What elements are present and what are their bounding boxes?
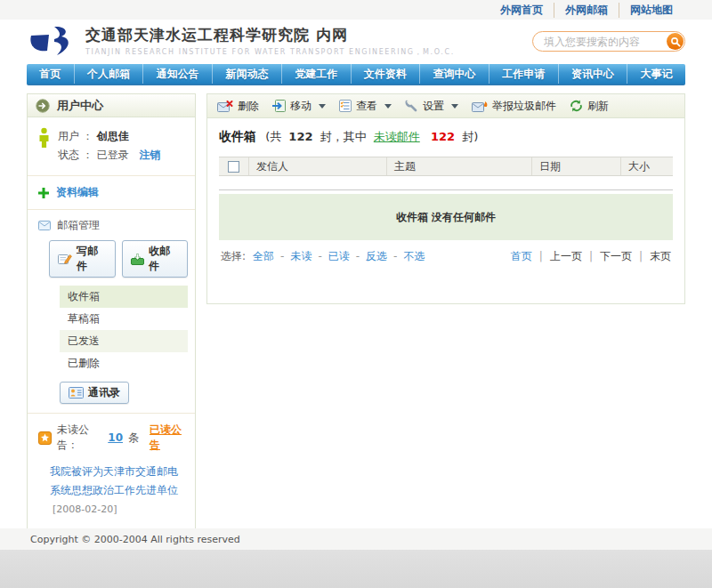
search-button[interactable] [667, 33, 684, 50]
mail-toolbar: 删除 移动 [207, 94, 684, 118]
select-label: 选择: [221, 249, 246, 264]
unread-mail-link[interactable]: 未读邮件 [374, 130, 420, 143]
inbox-download-icon [131, 254, 144, 265]
address-book-icon [69, 387, 84, 399]
user-info-block: 用户 ： 创思佳 状态 ： 已登录 注销 [28, 117, 195, 176]
person-icon [38, 127, 50, 165]
institute-logo-icon [27, 24, 77, 58]
view-list-icon [339, 100, 352, 112]
refresh-label: 刷新 [587, 99, 609, 114]
announcement-date: [2008-02-20] [53, 503, 117, 515]
chevron-down-icon[interactable] [319, 104, 326, 109]
pencil-paper-icon [58, 254, 72, 265]
count-mid: 封，其中 [320, 130, 367, 143]
select-none-link[interactable]: 不选 [387, 249, 425, 264]
content-area: 用户中心 用户 ： 创思佳 状态 ： 已登录 注销 [0, 85, 712, 588]
profile-edit-link[interactable]: 资料编辑 [56, 185, 99, 200]
report-spam-icon [472, 101, 488, 112]
view-button[interactable]: 查看 [339, 99, 392, 114]
site-header: 交通部天津水运工程科学研究院 内网 TIANJIN RESEARCH INSTI… [0, 20, 712, 62]
unread-count-link[interactable]: 10 [108, 431, 123, 444]
unread-announcements-label: 未读公告： [57, 423, 102, 453]
receive-mail-button[interactable]: 收邮件 [122, 240, 188, 278]
pagination: 首页 上一页 下一页 末页 [511, 249, 671, 264]
inbox-summary: 收件箱 (共 122 封，其中 未读邮件 122 封) [219, 129, 673, 145]
delete-label: 删除 [238, 99, 259, 114]
nav-news[interactable]: 新闻动态 [212, 64, 281, 84]
refresh-button[interactable]: 刷新 [570, 99, 609, 114]
site-title: 交通部天津水运工程科学研究院 内网 [85, 25, 455, 45]
nav-notices[interactable]: 通知公告 [142, 64, 212, 84]
star-badge-icon [38, 431, 52, 445]
user-center-title: 用户中心 [57, 98, 103, 114]
plus-icon [38, 188, 49, 198]
sitemap-link[interactable]: 网站地图 [619, 3, 684, 18]
report-spam-label: 举报垃圾邮件 [492, 99, 556, 114]
nav-party-work[interactable]: 党建工作 [281, 64, 351, 84]
write-mail-label: 写邮件 [77, 244, 107, 274]
nav-documents[interactable]: 文件资料 [351, 64, 420, 84]
main-nav: 首页 个人邮箱 通知公告 新闻动态 党建工作 文件资料 查询中心 工作申请 资讯… [27, 64, 685, 85]
divider [219, 189, 673, 190]
mail-management-label-row: 邮箱管理 [38, 218, 188, 233]
copyright-bar: Copyright © 2000-2004 All rights reserve… [0, 528, 712, 550]
status-label: 状态 ： [58, 149, 93, 161]
nav-personal-mail[interactable]: 个人邮箱 [74, 64, 143, 84]
page-prev-link[interactable]: 上一页 [532, 249, 582, 264]
nav-home[interactable]: 首页 [27, 64, 74, 84]
refresh-icon [570, 100, 583, 112]
select-all-checkbox[interactable] [228, 161, 239, 173]
logoff-link[interactable]: 注销 [139, 149, 160, 161]
folder-list: 收件箱 草稿箱 已发送 已删除 [60, 286, 188, 375]
settings-button[interactable]: 设置 [405, 99, 458, 114]
unread-mail-count: 122 [431, 130, 455, 143]
extranet-home-link[interactable]: 外网首页 [490, 3, 554, 18]
folder-inbox[interactable]: 收件箱 [60, 286, 188, 308]
folder-sent[interactable]: 已发送 [60, 330, 188, 352]
user-label: 用户 ： [58, 130, 93, 142]
select-all-link[interactable]: 全部 [253, 249, 274, 264]
mail-management-label: 邮箱管理 [57, 218, 100, 233]
nav-info-center[interactable]: 资讯中心 [558, 64, 627, 84]
chevron-down-icon[interactable] [451, 104, 458, 109]
contacts-button[interactable]: 通讯录 [60, 382, 129, 404]
receive-mail-label: 收邮件 [149, 244, 179, 274]
column-date: 日期 [532, 157, 621, 175]
nav-query-center[interactable]: 查询中心 [419, 64, 489, 84]
user-name: 创思佳 [97, 130, 129, 142]
extranet-mail-link[interactable]: 外网邮箱 [554, 3, 619, 18]
envelope-icon [38, 221, 51, 230]
select-read-link[interactable]: 已读 [312, 249, 349, 264]
empty-inbox-message: 收件箱 没有任何邮件 [219, 194, 673, 240]
move-button[interactable]: 移动 [272, 99, 326, 114]
search-input[interactable] [532, 31, 685, 52]
write-mail-button[interactable]: 写邮件 [49, 240, 116, 278]
folder-drafts[interactable]: 草稿箱 [60, 308, 188, 330]
page-first-link[interactable]: 首页 [511, 249, 532, 264]
nav-memorabilia[interactable]: 大事记 [627, 64, 685, 84]
count-prefix: (共 [265, 130, 281, 143]
folder-deleted[interactable]: 已删除 [60, 352, 188, 375]
count-suffix: 封) [462, 130, 478, 143]
copyright-text: Copyright © 2000-2004 All rights reserve… [30, 534, 240, 545]
mail-management-section: 邮箱管理 写邮件 [28, 210, 195, 414]
select-unread-link[interactable]: 未读 [274, 249, 312, 264]
page-last-link[interactable]: 末页 [632, 249, 671, 264]
view-label: 查看 [356, 99, 377, 114]
column-sender: 发信人 [249, 157, 387, 175]
chevron-down-icon[interactable] [384, 104, 392, 109]
user-center-header: 用户中心 [28, 94, 195, 117]
mail-table-header: 发信人 主题 日期 大小 [219, 157, 673, 176]
column-size: 大小 [621, 157, 673, 175]
announcement-link[interactable]: 我院被评为天津市交通邮电系统思想政治工作先进单位 [2008-02-20] [50, 463, 184, 519]
site-subtitle: TIANJIN RESEARCH INSTITUTE FOR WATER TRA… [85, 47, 455, 57]
search-icon [670, 36, 681, 47]
nav-work-request[interactable]: 工作申请 [489, 64, 558, 84]
arrow-circle-icon [36, 99, 50, 113]
status-value: 已登录 [97, 149, 129, 161]
select-invert-link[interactable]: 反选 [350, 249, 387, 264]
delete-button[interactable]: 删除 [217, 99, 259, 114]
page-next-link[interactable]: 下一页 [582, 249, 632, 264]
read-announcements-link[interactable]: 已读公告 [150, 423, 186, 453]
report-spam-button[interactable]: 举报垃圾邮件 [472, 99, 556, 114]
